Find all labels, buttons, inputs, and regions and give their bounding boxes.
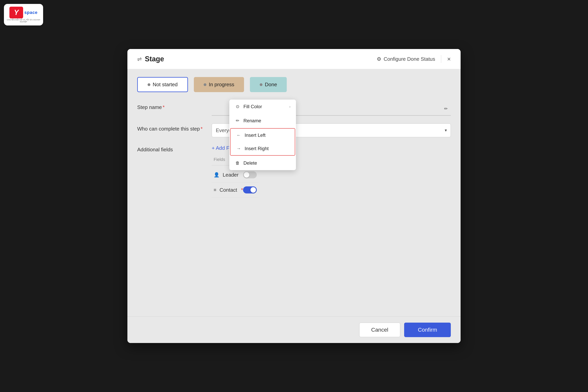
insert-left-label: Insert Left [244,132,266,138]
confirm-button[interactable]: Confirm [404,322,451,337]
fields-column-header: Fields [214,157,225,162]
modal-title: Stage [145,55,164,63]
fill-color-icon: ⊙ [235,104,240,109]
context-menu: ⊙ Fill Color › ✏ Rename ← Insert Left [229,100,296,170]
configure-label: Configure Done Status [384,56,435,62]
modal-body: Not started In progress Done Step name* [128,69,460,316]
header-divider [441,55,441,63]
rename-icon: ✏ [235,118,240,123]
tab-dot-done [260,83,262,86]
field-row-contact: ≡ Contact * [212,182,259,198]
delete-icon: 🗑 [235,160,240,166]
contact-required-star: * [241,187,243,193]
edit-icon[interactable]: ✏ [441,104,451,114]
insert-left-icon: ← [236,133,242,138]
toggle-knob-contact [250,187,256,193]
modal-footer: Cancel Confirm [128,316,460,343]
tab-dot-in-progress [204,83,206,86]
modal-header: ⇌ Stage ⚙ Configure Done Status × [128,49,460,69]
stage-icon: ⇌ [137,56,142,62]
leader-icon: 👤 [214,172,220,178]
step-name-label: Step name* [137,102,206,110]
toggle-knob-leader [244,172,249,178]
context-menu-delete[interactable]: 🗑 Delete [229,156,296,170]
additional-fields-label: Additional fields [137,145,206,153]
tab-done[interactable]: Done [250,77,287,92]
who-complete-required: * [200,126,202,132]
context-menu-fill-color[interactable]: ⊙ Fill Color › [229,100,296,114]
modal-header-right: ⚙ Configure Done Status × [377,55,451,63]
insert-group: ← Insert Left → Insert Right [230,128,295,156]
tab-in-progress[interactable]: In progress [194,77,244,92]
contact-required-toggle[interactable] [243,186,257,194]
context-menu-insert-left[interactable]: ← Insert Left [230,128,295,142]
insert-right-icon: → [236,146,242,151]
tab-done-label: Done [265,82,277,88]
gear-icon: ⚙ [377,56,381,62]
rename-label: Rename [244,118,261,124]
context-menu-rename[interactable]: ✏ Rename [229,114,296,128]
leader-required-toggle[interactable] [243,171,257,178]
context-menu-insert-right[interactable]: → Insert Right [230,142,295,155]
delete-label: Delete [244,160,257,166]
cancel-button[interactable]: Cancel [359,322,400,337]
fill-color-arrow: › [289,105,290,109]
tab-in-progress-label: In progress [209,82,234,88]
contact-label: Contact [220,187,237,193]
leader-label: Leader [223,172,238,178]
fill-color-label: Fill Color [244,104,262,109]
who-complete-label: Who can complete this step* [137,124,206,132]
contact-icon: ≡ [214,187,216,193]
modal: ⇌ Stage ⚙ Configure Done Status × Not st… [128,49,460,343]
close-button[interactable]: × [447,56,451,62]
step-name-required: * [163,104,165,110]
configure-done-status-button[interactable]: ⚙ Configure Done Status [377,56,435,62]
field-row-contact-left: ≡ Contact * [214,187,243,193]
tab-dot-not-started [148,83,150,86]
insert-right-label: Insert Right [244,146,269,151]
modal-overlay: ⇌ Stage ⚙ Configure Done Status × Not st… [0,0,588,392]
stage-tabs: Not started In progress Done [137,77,451,92]
tab-not-started[interactable]: Not started [137,77,188,92]
tab-not-started-label: Not started [153,82,178,88]
field-row-leader-left: 👤 Leader [214,172,238,178]
modal-header-left: ⇌ Stage [137,55,164,63]
